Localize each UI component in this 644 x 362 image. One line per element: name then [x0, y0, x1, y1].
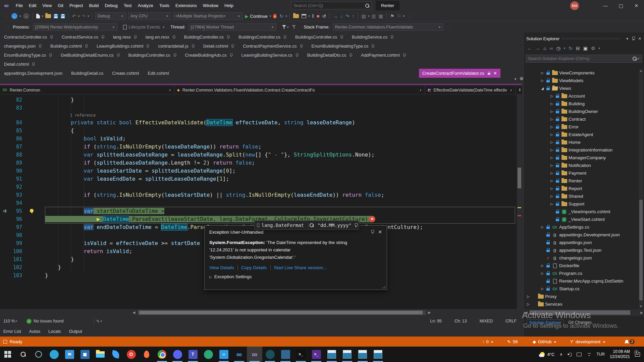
- tree-item-Notification[interactable]: ▷Notification: [524, 162, 638, 169]
- apply-changes-margin-icon[interactable]: ⇉: [3, 208, 7, 214]
- scrollbar-thumb[interactable]: [530, 310, 630, 315]
- scroll-left-icon[interactable]: ◀: [525, 311, 528, 314]
- chevron-down-icon[interactable]: ▾: [270, 14, 271, 18]
- code-line[interactable]: 86 bool isValid;: [0, 135, 522, 143]
- teams-icon[interactable]: T: [185, 347, 201, 362]
- close-icon[interactable]: ✕: [638, 37, 641, 41]
- pin-icon[interactable]: [146, 44, 149, 48]
- toolbar-grip[interactable]: ⋮⋮: [407, 14, 412, 18]
- pin-icon[interactable]: [85, 44, 88, 48]
- browse-icon[interactable]: [293, 14, 299, 18]
- glyph-margin[interactable]: [28, 223, 45, 231]
- glyph-margin[interactable]: [28, 199, 45, 207]
- panel-tab-error-list[interactable]: Error List: [3, 329, 21, 334]
- chrome-icon[interactable]: [154, 347, 170, 362]
- glyph-margin[interactable]: [28, 127, 45, 135]
- pin-icon[interactable]: [390, 35, 393, 39]
- tab-Edit.cshtml[interactable]: Edit.cshtml: [148, 71, 169, 76]
- pending-changes-icon[interactable]: ◷: [556, 46, 560, 51]
- expand-icon[interactable]: ▷: [549, 117, 554, 121]
- tree-item-Shared[interactable]: ▷Shared: [524, 192, 638, 200]
- tab-active[interactable]: CreateContractFormValidator.cs ✕: [419, 69, 500, 78]
- github-indicator[interactable]: ◆GitHub▲: [533, 339, 556, 344]
- properties-icon[interactable]: ⚙: [591, 46, 595, 51]
- chevron-down-icon[interactable]: ▾: [308, 14, 310, 18]
- glyph-margin[interactable]: [28, 143, 45, 151]
- glyph-margin[interactable]: [28, 215, 45, 223]
- pending-edits-indicator[interactable]: ✎56: [507, 339, 518, 344]
- tree-item-Dockerfile[interactable]: ▷Dockerfile: [524, 262, 638, 269]
- link-view-details[interactable]: View Details: [209, 265, 234, 270]
- glyph-margin[interactable]: [28, 255, 45, 263]
- codelens-references[interactable]: 1 reference: [45, 112, 96, 119]
- wifi-icon[interactable]: [586, 352, 592, 356]
- panel-tab-output[interactable]: Output: [69, 329, 82, 334]
- glyph-margin[interactable]: [28, 104, 45, 112]
- panel-tab-locals[interactable]: Locals: [48, 329, 61, 334]
- tree-item-Payment[interactable]: ▷Payment: [524, 169, 638, 177]
- tab-Detail.cshtml[interactable]: Detail.cshtml: [4, 62, 35, 67]
- navigate-forward-icon[interactable]: →: [23, 13, 29, 19]
- pin-icon[interactable]: [49, 53, 52, 57]
- breadcrumb-project[interactable]: C# Renter.Common ▾: [0, 86, 174, 94]
- grid-app-icon[interactable]: ▦: [77, 347, 93, 362]
- glyph-margin[interactable]: [28, 167, 45, 175]
- tree-item-appsettings.Development.json[interactable]: {}appsettings.Development.json: [524, 231, 638, 239]
- opera-icon[interactable]: O: [123, 347, 139, 362]
- menu-edit[interactable]: Edit: [26, 0, 39, 11]
- tree-item-Startup.cs[interactable]: ▷C#Startup.cs: [524, 285, 638, 293]
- exception-settings-toggle[interactable]: ▷Exception Settings: [209, 274, 382, 279]
- search-input[interactable]: [293, 3, 365, 8]
- expand-icon[interactable]: ▷: [540, 79, 545, 82]
- branch-indicator[interactable]: ϒdevelopment▲: [570, 339, 605, 344]
- chevron-down-icon[interactable]: ▾: [285, 14, 287, 18]
- pin-icon[interactable]: [227, 35, 230, 39]
- chevron-down-icon[interactable]: ▾: [368, 14, 370, 18]
- pin-icon[interactable]: [371, 44, 374, 48]
- tab-changelogs.json[interactable]: changelogs.json: [4, 44, 42, 49]
- caret[interactable]: ▾: [564, 47, 566, 50]
- tab-options-gear-icon[interactable]: ⚙: [520, 76, 524, 81]
- tab-lang.en.resx[interactable]: lang.en.resx: [146, 35, 175, 40]
- expand-icon[interactable]: ▷: [549, 179, 554, 183]
- code-line[interactable]: 84 private static bool EffectiveDateVali…: [0, 119, 522, 127]
- pin-icon[interactable]: [632, 37, 635, 41]
- expand-icon[interactable]: ▷: [549, 164, 554, 167]
- tab-EnumBuildingType.cs[interactable]: EnumBuildingType.cs: [4, 53, 52, 58]
- pin-icon[interactable]: [101, 35, 104, 39]
- bookmark-icon[interactable]: ⚑: [390, 13, 394, 19]
- startup-project-select[interactable]: <Multiple Startup Projects>▾: [173, 12, 243, 20]
- expand-icon[interactable]: ▷: [549, 156, 554, 160]
- filter-frames-icon[interactable]: [292, 25, 296, 29]
- glyph-margin[interactable]: [28, 191, 45, 199]
- toolbar-grip[interactable]: ⋮⋮: [4, 25, 9, 29]
- tree-item-Report[interactable]: ▷Report: [524, 185, 638, 192]
- pen-icon[interactable]: ✎: [96, 319, 100, 324]
- expand-icon[interactable]: ▷: [549, 187, 554, 190]
- menu-git[interactable]: Git: [55, 0, 66, 11]
- touch-keyboard-icon[interactable]: [577, 353, 582, 356]
- debug-target-select[interactable]: Debug▾: [95, 12, 126, 20]
- expand-icon[interactable]: ▷: [549, 148, 554, 152]
- tree-item-ViewModels[interactable]: ▷ViewModels: [524, 77, 638, 84]
- pin-icon[interactable]: [340, 35, 343, 39]
- menu-debug[interactable]: Debug: [102, 0, 120, 11]
- tab-ContractService.cs[interactable]: ContractService.cs: [62, 35, 104, 40]
- undo-icon[interactable]: ↶: [72, 13, 76, 19]
- discord-icon[interactable]: [170, 347, 185, 362]
- volume-icon[interactable]: [567, 352, 572, 356]
- search-icon[interactable]: [15, 347, 31, 362]
- code-line[interactable]: 83: [0, 104, 522, 112]
- tree-horizontal-scrollbar[interactable]: ◀ ▶: [524, 309, 644, 316]
- step-into-icon[interactable]: ↓: [340, 13, 343, 19]
- open-file-icon[interactable]: [45, 14, 51, 18]
- chevron-down-icon[interactable]: ▾: [88, 14, 89, 18]
- tree-item-appsettings.Test.json[interactable]: {}appsettings.Test.json: [524, 246, 638, 254]
- pin-icon[interactable]: [116, 53, 119, 57]
- tab-EnumBuildingHeatingType.cs[interactable]: EnumBuildingHeatingType.cs: [312, 44, 375, 49]
- new-file-icon[interactable]: [36, 14, 40, 18]
- tree-item-Contract[interactable]: ▷Contract: [524, 115, 638, 123]
- tree-item-Renter.MvcApp.csproj.DotSettin[interactable]: Renter.MvcApp.csproj.DotSettin: [524, 277, 638, 285]
- tab-ContractPaymentService.cs[interactable]: ContractPaymentService.cs: [243, 44, 303, 49]
- glyph-margin[interactable]: [28, 272, 45, 280]
